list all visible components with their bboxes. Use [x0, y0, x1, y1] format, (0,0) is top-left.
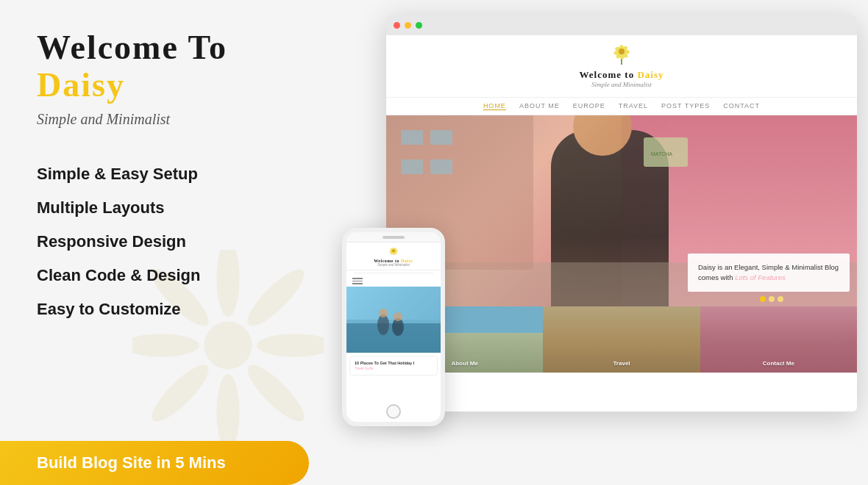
svg-rect-37: [346, 287, 441, 323]
feature-item-3: Responsive Design: [37, 225, 280, 259]
svg-rect-25: [430, 159, 452, 174]
site-tagline: Simple and Minimalist: [591, 81, 652, 88]
mobile-top-bar: [346, 232, 441, 242]
mobile-site-header: Welcome to Daisy Simple and Minimalist: [346, 242, 441, 270]
feature-item-1: Simple & Easy Setup: [37, 157, 280, 191]
nav-contact[interactable]: CONTACT: [723, 102, 760, 110]
nav-about[interactable]: ABOUT ME: [519, 102, 560, 110]
mobile-content: Welcome to Daisy Simple and Minimalist: [346, 242, 441, 376]
mobile-speaker: [383, 236, 405, 239]
feature-item-4: Clean Code & Design: [37, 259, 280, 292]
feature-item-2: Multiple Layouts: [37, 191, 280, 225]
site-title-text: Welcome to Daisy: [580, 69, 664, 81]
nav-europe[interactable]: EUROPE: [573, 102, 605, 110]
svg-point-39: [377, 315, 389, 335]
slider-dot-1[interactable]: [760, 296, 766, 302]
hero-text-overlay: Daisy is an Elegant, Simple & Minimalist…: [688, 254, 850, 292]
browser-mockup: Welcome to Daisy Simple and Minimalist H…: [386, 15, 857, 412]
svg-point-42: [394, 312, 402, 321]
site-title-prefix: Welcome to: [580, 69, 638, 80]
cta-bar[interactable]: Build Blog Site in 5 Mins: [0, 441, 309, 485]
svg-rect-22: [401, 130, 423, 145]
left-panel: Welcome to Daisy Simple and Minimalist S…: [0, 0, 309, 441]
site-logo-area: Welcome to Daisy Simple and Minimalist: [580, 44, 664, 88]
mobile-mockup: Welcome to Daisy Simple and Minimalist: [342, 228, 445, 426]
subtitle: Simple and Minimalist: [37, 111, 280, 128]
nav-travel[interactable]: TRAVEL: [619, 102, 648, 110]
browser-chrome: [386, 15, 857, 35]
svg-point-40: [379, 309, 388, 317]
nav-post-types[interactable]: POST TYPES: [661, 102, 710, 110]
right-panel: Welcome to Daisy Simple and Minimalist H…: [342, 15, 857, 456]
site-nav: HOME ABOUT ME EUROPE TRAVEL POST TYPES C…: [386, 97, 857, 115]
chrome-dot-red: [394, 22, 400, 29]
feature-list: Simple & Easy Setup Multiple Layouts Res…: [37, 157, 280, 326]
title-brand: Daisy: [37, 66, 125, 104]
svg-rect-23: [430, 130, 452, 145]
hero-person-silhouette: [551, 130, 669, 306]
mobile-hero: [346, 287, 441, 353]
svg-point-19: [619, 48, 625, 54]
title-prefix: Welcome to: [37, 29, 227, 66]
mobile-post-card[interactable]: 10 Places To Get That Holiday I Travel G…: [349, 356, 438, 376]
main-title: Welcome to Daisy: [37, 29, 280, 104]
mobile-home-button[interactable]: [386, 404, 401, 419]
mobile-site-tagline: Simple and Minimalist: [377, 263, 410, 267]
chrome-dot-green: [416, 22, 422, 29]
hero-highlight: Lots of Features: [735, 273, 786, 281]
browser-content: Welcome to Daisy Simple and Minimalist H…: [386, 35, 857, 373]
daisy-logo-icon: [611, 44, 633, 66]
hero-area: MATCHA Daisy is an Elegant, Simple & Min…: [386, 115, 857, 306]
site-title-brand: Daisy: [637, 69, 664, 80]
slider-dots: [760, 296, 783, 302]
mobile-hamburger-menu[interactable]: [346, 276, 441, 287]
mobile-hero-scene: [346, 287, 441, 353]
site-header: Welcome to Daisy Simple and Minimalist H…: [386, 35, 857, 115]
slider-dot-3[interactable]: [778, 296, 783, 302]
thumb-label-3: Contact Me: [700, 360, 857, 367]
slider-dot-2[interactable]: [769, 296, 775, 302]
nav-home[interactable]: HOME: [483, 102, 506, 110]
hero-description: Daisy is an Elegant, Simple & Minimalist…: [698, 262, 839, 284]
thumb-label-2: Travel: [543, 360, 700, 367]
thumb-travel[interactable]: Travel: [543, 306, 700, 373]
cta-label: Build Blog Site in 5 Mins: [37, 453, 226, 473]
mobile-daisy-icon: [388, 247, 399, 259]
hero-background: MATCHA Daisy is an Elegant, Simple & Min…: [386, 115, 857, 306]
feature-item-5: Easy to Customize: [37, 292, 280, 326]
chrome-dot-yellow: [405, 22, 411, 29]
svg-point-36: [392, 249, 395, 252]
mobile-card-sub: Travel Guide: [355, 367, 433, 370]
thumb-contact[interactable]: Contact Me: [700, 306, 857, 373]
mobile-card-title: 10 Places To Get That Holiday I: [355, 361, 433, 365]
svg-rect-24: [401, 159, 423, 174]
thumbnail-row: About Me Travel Contact Me: [386, 306, 857, 373]
mobile-divider: [354, 273, 433, 273]
